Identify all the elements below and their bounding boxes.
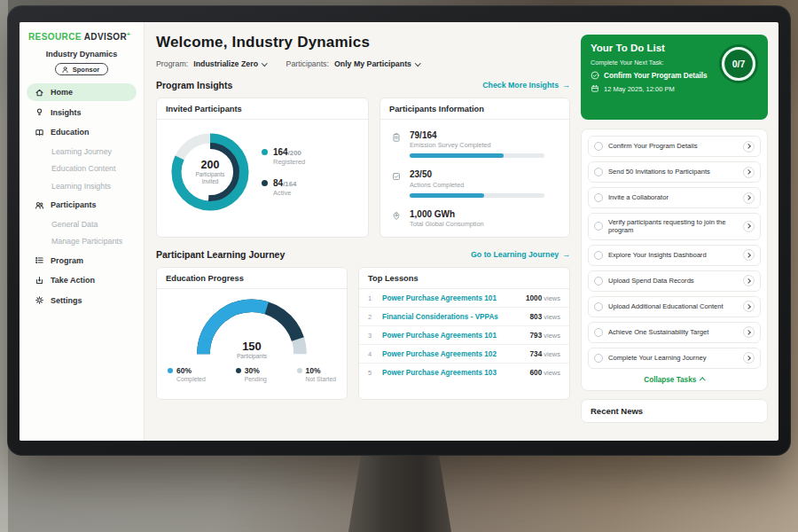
lesson-link[interactable]: Power Purchase Agreements 102 bbox=[382, 350, 523, 358]
check-circle-icon bbox=[591, 71, 599, 80]
lesson-link[interactable]: Power Purchase Agreements 101 bbox=[382, 294, 519, 302]
sidebar: RESOURCE ADVISOR+ Industry Dynamics Spon… bbox=[20, 22, 145, 441]
monitor-bezel: RESOURCE ADVISOR+ Industry Dynamics Spon… bbox=[7, 5, 791, 456]
sidebar-item-home[interactable]: Home bbox=[27, 83, 137, 101]
task-open-button[interactable] bbox=[743, 167, 755, 178]
next-task-label: Confirm Your Program Details bbox=[604, 72, 708, 80]
go-to-learning-journey-link[interactable]: Go to Learning Journey → bbox=[471, 250, 570, 259]
task-row-complete-learning-journey[interactable]: Complete Your Learning Journey bbox=[588, 348, 761, 369]
task-row-explore-insights[interactable]: Explore Your Insights Dashboard bbox=[588, 245, 761, 266]
chevron-up-icon bbox=[700, 378, 705, 383]
gauge-legend: 60% Completed 30% Pending 10% Not Starte… bbox=[157, 359, 347, 382]
lesson-rank: 5 bbox=[368, 369, 375, 377]
lesson-link[interactable]: Power Purchase Agreements 103 bbox=[382, 369, 523, 377]
sponsor-person-icon bbox=[61, 66, 69, 74]
task-row-upload-spend-data[interactable]: Upload Spend Data Records bbox=[588, 270, 761, 292]
task-row-invite-collaborator[interactable]: Invite a Collaborator bbox=[588, 187, 761, 208]
sidebar-item-learning-journey[interactable]: Learning Journey bbox=[27, 144, 137, 160]
sidebar-item-general-data[interactable]: General Data bbox=[27, 216, 137, 232]
due-date-label: 12 May 2025, 12:00 PM bbox=[604, 85, 675, 93]
chevron-right-icon bbox=[746, 224, 750, 229]
progress-ring-value: 0/7 bbox=[717, 43, 760, 85]
lesson-views: 803views bbox=[530, 313, 560, 321]
task-row-achieve-target[interactable]: Achieve One Sustainability Target bbox=[588, 322, 761, 343]
arrow-right-icon: → bbox=[562, 81, 570, 90]
task-label: Complete Your Learning Journey bbox=[608, 354, 738, 363]
sidebar-item-education[interactable]: Education bbox=[27, 123, 137, 141]
nav-label: Education bbox=[51, 128, 90, 137]
task-checkbox[interactable] bbox=[594, 222, 603, 231]
legend-dot-navy bbox=[262, 180, 268, 186]
registered-total: /200 bbox=[288, 149, 301, 157]
task-row-send-invitations[interactable]: Send 50 Invitations to Participants bbox=[588, 161, 761, 183]
legend-completed: 60% Completed bbox=[168, 366, 206, 382]
legend-label: Pending bbox=[245, 376, 267, 382]
section-title: Program Insights bbox=[156, 80, 232, 90]
task-checkbox[interactable] bbox=[594, 302, 603, 311]
sidebar-item-take-action[interactable]: Take Action bbox=[27, 271, 137, 289]
task-open-button[interactable] bbox=[743, 221, 755, 232]
task-open-button[interactable] bbox=[743, 141, 755, 153]
sidebar-item-manage-participants[interactable]: Manage Participants bbox=[27, 233, 137, 249]
sidebar-item-settings[interactable]: Settings bbox=[27, 292, 137, 309]
recent-news-title: Recent News bbox=[591, 406, 643, 416]
legend-label: Not Started bbox=[306, 376, 336, 382]
consumption-row: 1,000 GWh Total Global Consumption bbox=[391, 203, 559, 234]
check-more-insights-link[interactable]: Check More Insights → bbox=[482, 81, 570, 90]
task-row-verify-participants[interactable]: Verify participants requesting to join t… bbox=[588, 213, 761, 240]
recent-news-header[interactable]: Recent News bbox=[581, 399, 768, 423]
task-checkbox[interactable] bbox=[594, 251, 603, 260]
gear-icon bbox=[35, 295, 44, 305]
brand-secondary: ADVISOR bbox=[84, 32, 127, 42]
book-icon bbox=[35, 128, 44, 137]
active-total: /164 bbox=[283, 180, 296, 188]
sidebar-item-education-content[interactable]: Education Content bbox=[27, 160, 137, 176]
task-checkbox[interactable] bbox=[594, 193, 603, 202]
registered-label: Registered bbox=[273, 158, 305, 166]
chevron-right-icon bbox=[746, 278, 750, 283]
nav-label: Take Action bbox=[51, 276, 95, 285]
donut-center-value: 200 bbox=[201, 159, 220, 171]
task-row-confirm-program-details[interactable]: Confirm Your Program Details bbox=[588, 136, 761, 157]
lesson-views: 1000views bbox=[526, 294, 560, 302]
task-open-button[interactable] bbox=[743, 352, 755, 364]
task-checkbox[interactable] bbox=[594, 277, 603, 286]
legend-not-started: 10% Not Started bbox=[297, 366, 336, 382]
task-checkbox[interactable] bbox=[594, 168, 603, 176]
sidebar-item-learning-insights[interactable]: Learning Insights bbox=[27, 178, 137, 194]
legend-dot-blue bbox=[168, 368, 173, 373]
task-open-button[interactable] bbox=[743, 192, 755, 204]
sidebar-item-participants[interactable]: Participants bbox=[27, 196, 137, 214]
lesson-link[interactable]: Power Purchase Agreements 101 bbox=[382, 332, 523, 340]
program-filter-dropdown[interactable]: Industrialize Zero bbox=[193, 59, 266, 68]
section-title: Participant Learning Journey bbox=[156, 249, 285, 260]
task-open-button[interactable] bbox=[743, 249, 755, 261]
sidebar-item-program[interactable]: Program bbox=[27, 252, 137, 270]
task-checkbox[interactable] bbox=[594, 328, 603, 337]
brand-plus: + bbox=[127, 31, 130, 37]
task-row-upload-educational-content[interactable]: Upload Additional Educational Content bbox=[588, 296, 761, 317]
registered-value: 164 bbox=[273, 147, 288, 157]
task-checkbox[interactable] bbox=[594, 354, 603, 363]
filter-bar: Program: Industrialize Zero Participants… bbox=[156, 59, 570, 68]
task-open-button[interactable] bbox=[743, 275, 755, 286]
donut-legend: 164/200 Registered 84/164 Active bbox=[262, 147, 305, 197]
lesson-rank: 1 bbox=[368, 294, 375, 302]
participants-filter-value: Only My Participants bbox=[334, 59, 411, 68]
sidebar-item-insights[interactable]: Insights bbox=[27, 104, 137, 121]
lesson-link[interactable]: Financial Considerations - VPPAs bbox=[382, 313, 523, 321]
legend-label: Completed bbox=[176, 376, 206, 382]
sponsor-badge[interactable]: Sponsor bbox=[55, 63, 108, 75]
task-open-button[interactable] bbox=[743, 326, 755, 338]
people-icon bbox=[35, 200, 44, 210]
progress-fill bbox=[410, 153, 504, 158]
card-title: Top Lessons bbox=[359, 268, 569, 289]
participants-filter-dropdown[interactable]: Only My Participants bbox=[334, 59, 420, 68]
task-open-button[interactable] bbox=[743, 301, 755, 312]
active-value: 84 bbox=[273, 178, 283, 188]
lesson-views: 734views bbox=[530, 350, 560, 358]
learning-journey-header: Participant Learning Journey Go to Learn… bbox=[156, 249, 570, 260]
task-label: Send 50 Invitations to Participants bbox=[608, 168, 738, 176]
task-checkbox[interactable] bbox=[594, 142, 603, 151]
collapse-tasks-link[interactable]: Collapse Tasks bbox=[588, 373, 761, 387]
